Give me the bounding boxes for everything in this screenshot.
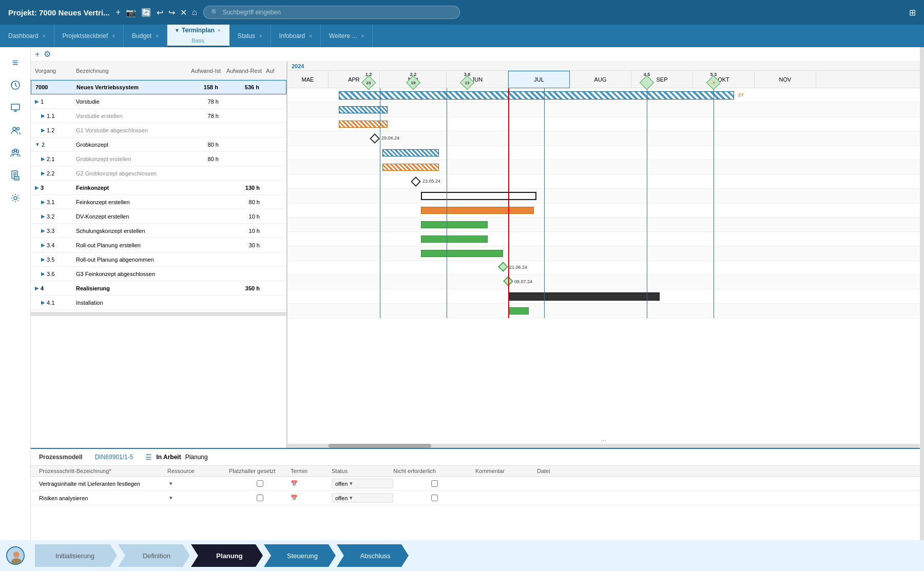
row1-not-required-check[interactable] <box>431 480 438 487</box>
expand-3-6[interactable]: ▶ <box>41 271 45 277</box>
tab-terminplan-close[interactable]: × <box>218 28 221 33</box>
tab-dashboard-close[interactable]: × <box>43 33 46 39</box>
sidebar-settings-icon[interactable] <box>6 189 25 207</box>
expand-3-2[interactable]: ▶ <box>41 213 45 219</box>
process-step-planung[interactable]: Planung <box>191 544 263 567</box>
sync-icon[interactable]: 🔄 <box>141 8 151 17</box>
gantt-scrollbar-thumb[interactable] <box>329 444 431 448</box>
collapse-2[interactable]: ▼ <box>35 142 40 147</box>
sidebar-monitor-icon[interactable] <box>6 99 25 117</box>
process-step-abschluss[interactable]: Abschluss <box>337 544 409 567</box>
row2-resource[interactable]: ▾ <box>167 495 229 501</box>
tab-status[interactable]: Status × <box>229 25 271 47</box>
tab-terminplan-chevron[interactable]: ▾ <box>176 27 179 34</box>
task-row-3-2[interactable]: ▶ 3.2 DV-Konzept erstellen 10 h <box>31 209 286 224</box>
undo-icon[interactable]: ↩ <box>157 8 163 17</box>
tab-projektsteckbrief[interactable]: Projektsteckbrief × <box>54 25 124 47</box>
task-row-2[interactable]: ▼ 2 Grobkonzept 80 h <box>31 137 286 152</box>
task-row-1-1[interactable]: ▶ 1.1 Vorstudie erstellen 78 h <box>31 109 286 123</box>
month-jun: JUN <box>447 71 508 88</box>
search-input[interactable] <box>223 9 452 16</box>
task-row-3-3[interactable]: ▶ 3.3 Schulungskonzept erstellen 10 h <box>31 224 286 238</box>
sidebar-document-icon[interactable] <box>6 166 25 185</box>
task-row-3-1[interactable]: ▶ 3.1 Feinkonzept erstellen 80 h <box>31 195 286 209</box>
expand-3-3[interactable]: ▶ <box>41 228 45 233</box>
resize-handle[interactable]: ··· <box>601 437 606 444</box>
row1-status[interactable]: offen ▾ <box>332 479 393 488</box>
task-name-4: Realisierung <box>74 284 182 293</box>
task-row-4[interactable]: ▶ 4 Realisierung 350 h <box>31 281 286 296</box>
task-row-1-2[interactable]: ▶ 1.2 G1 Vorstudie abgeschlossen <box>31 123 286 137</box>
settings-btn[interactable]: ⚙ <box>44 49 51 59</box>
expand-4-1[interactable]: ▶ <box>41 300 45 305</box>
tab-terminplan[interactable]: ▾ Terminplan × Basis <box>167 25 229 47</box>
row1-placeholder[interactable] <box>229 480 291 487</box>
sidebar-group-icon[interactable] <box>6 144 25 162</box>
expand-1-1[interactable]: ▶ <box>41 113 45 119</box>
task-row-3[interactable]: ▶ 3 Feinkonzept 130 h <box>31 181 286 195</box>
row2-not-required[interactable] <box>393 495 475 501</box>
add-task-btn[interactable]: + <box>35 50 40 59</box>
task-row-3-5[interactable]: ▶ 3.5 Roll-out Planung abgenommen <box>31 252 286 267</box>
task-row-1[interactable]: ▶ 1 Vorstudie 78 h <box>31 94 286 109</box>
row1-date[interactable]: 📅 <box>291 480 332 487</box>
expand-1-2[interactable]: ▶ <box>41 127 45 133</box>
task-id-3-1: ▶ 3.1 <box>33 198 74 207</box>
expand-3[interactable]: ▶ <box>35 185 39 190</box>
tab-weitere[interactable]: Weitere ... × <box>321 25 373 47</box>
close-icon[interactable]: ✕ <box>180 8 187 17</box>
task-row-3-6[interactable]: ▶ 3.6 G3 Feinkonzept abgeschlossen <box>31 267 286 281</box>
process-step-steuerung[interactable]: Steuerung <box>264 544 336 567</box>
task-row-2-1[interactable]: ▶ 2.1 Grobkonzept erstellen 80 h <box>31 152 286 166</box>
tab-budget[interactable]: Budget × <box>124 25 167 47</box>
expand-3-4[interactable]: ▶ <box>41 242 45 248</box>
sidebar-menu-icon[interactable]: ≡ <box>6 53 25 72</box>
expand-2-1[interactable]: ▶ <box>41 156 45 162</box>
tab-projektsteckbrief-close[interactable]: × <box>112 33 115 39</box>
tab-dashboard[interactable]: Dashboard × <box>0 25 54 47</box>
process-step-definition[interactable]: Definition <box>118 544 190 567</box>
gantt-scrollbar[interactable] <box>287 444 920 448</box>
search-bar[interactable]: 🔍 <box>203 6 460 19</box>
sidebar-users-icon[interactable] <box>6 121 25 140</box>
task-row-project[interactable]: 7000 Neues Vertriebssystem 158 h 536 h <box>31 80 286 94</box>
tab-status-close[interactable]: × <box>259 33 262 39</box>
gantt-chart[interactable]: 2024 MAE APR MAI JUN JUL AUG SEP OKT NOV <box>287 62 920 448</box>
row1-not-required[interactable] <box>393 480 475 487</box>
tab-infoboard-close[interactable]: × <box>309 33 312 39</box>
right-resize-handle[interactable] <box>920 47 924 540</box>
col-bezeichnung: Bezeichnung <box>74 68 182 74</box>
row1-status-value: offen <box>335 481 348 487</box>
sidebar-history-icon[interactable] <box>6 76 25 94</box>
expand-1[interactable]: ▶ <box>35 99 39 104</box>
process-model-label: Prozessmodell <box>39 454 83 461</box>
row2-status[interactable]: offen ▾ <box>332 493 393 503</box>
row1-placeholder-check[interactable] <box>257 480 263 487</box>
row1-resource[interactable]: ▾ <box>167 480 229 487</box>
row2-placeholder[interactable] <box>229 495 291 501</box>
expand-2-2[interactable]: ▶ <box>41 170 45 176</box>
home-icon[interactable]: ⌂ <box>192 8 197 17</box>
camera-icon[interactable]: 📷 <box>126 8 136 17</box>
row2-date[interactable]: 📅 <box>291 495 332 501</box>
row2-status-arrow: ▾ <box>350 495 353 501</box>
expand-3-1[interactable]: ▶ <box>41 199 45 205</box>
task-ist-1-2 <box>182 129 223 132</box>
grid-icon[interactable]: ⊞ <box>909 8 916 17</box>
planning-line-5 <box>714 88 714 318</box>
add-icon[interactable]: + <box>116 8 121 17</box>
month-aug: AUG <box>570 71 631 88</box>
row2-placeholder-check[interactable] <box>257 495 263 501</box>
task-row-3-4[interactable]: ▶ 3.4 Roll-out Planung erstellen 30 h <box>31 238 286 252</box>
redo-icon[interactable]: ↪ <box>168 8 175 17</box>
expand-4[interactable]: ▶ <box>35 285 39 291</box>
tab-infoboard[interactable]: Infoboard × <box>271 25 321 47</box>
task-row-4-1[interactable]: ▶ 4.1 Installation <box>31 296 286 310</box>
process-step-initialisierung[interactable]: Initialisierung <box>35 544 117 567</box>
task-row-2-2[interactable]: ▶ 2.2 G2 Grobkonzept abgeschlossen <box>31 166 286 181</box>
expand-3-5[interactable]: ▶ <box>41 257 45 262</box>
row2-not-required-check[interactable] <box>431 495 438 501</box>
tab-weitere-close[interactable]: × <box>361 33 364 39</box>
tab-budget-close[interactable]: × <box>156 33 159 39</box>
horizontal-scrollbar[interactable] <box>31 312 286 316</box>
